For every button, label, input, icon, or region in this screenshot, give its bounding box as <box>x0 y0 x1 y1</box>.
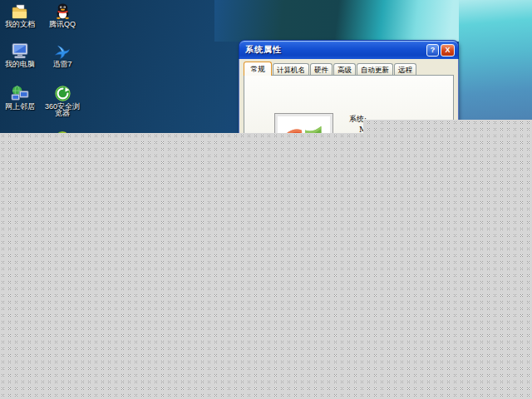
desktop-icon-partial-2[interactable] <box>42 123 83 140</box>
general-tab-panel: 系统: Microsoft Windows XP Professional 版本… <box>244 75 454 230</box>
network-places-icon <box>11 85 29 101</box>
my-documents-icon <box>11 2 29 19</box>
desktop-icon-label: 我的文档 <box>5 21 35 27</box>
thunder-bird-icon <box>53 42 71 59</box>
system-info-line: Service Pack 3 <box>359 155 445 165</box>
system-info-lines: Microsoft Windows XP Professional 版本 200… <box>359 126 445 164</box>
tab-remote[interactable]: 远程 <box>394 63 416 76</box>
tab-auto-update[interactable]: 自动更新 <box>357 63 393 76</box>
desktop-icon-label: 网上邻居 <box>5 103 35 110</box>
desktop-icon-network-places[interactable]: 网上邻居 <box>0 85 40 110</box>
dialog-title: 系统属性 <box>239 44 282 56</box>
system-properties-dialog: 系统属性 ? X 常规 计算机名 硬件 高级 自动更新 远程 <box>239 40 459 235</box>
wallpaper-teal-swoosh <box>214 0 459 42</box>
system-section-label: 系统: <box>349 114 367 125</box>
360-browser-icon <box>53 85 71 101</box>
system-info-line: Microsoft Windows XP <box>359 126 445 135</box>
desktop-icon-my-computer[interactable]: 我的电脑 <box>0 42 40 67</box>
partial-swoosh-icon <box>11 123 29 140</box>
help-button[interactable]: ? <box>426 44 439 57</box>
desktop-icon-partial-1[interactable] <box>0 123 40 140</box>
desktop-icon-360-browser[interactable]: 360安全浏览器 <box>42 85 83 116</box>
dialog-body: 常规 计算机名 硬件 高级 自动更新 远程 <box>239 59 459 235</box>
system-info-line: 版本 2002 <box>359 145 445 155</box>
desktop-icon-label: 腾讯QQ <box>49 21 76 27</box>
desktop-icon-tencent-qq[interactable]: 腾讯QQ <box>42 2 83 27</box>
partial-circle-icon <box>53 123 71 140</box>
desktop-icon-label: 360安全浏览器 <box>42 103 83 116</box>
close-button[interactable]: X <box>441 44 455 57</box>
desktop-screen: 我的文档 腾讯QQ <box>0 0 532 399</box>
tab-computer-name[interactable]: 计算机名 <box>273 63 309 76</box>
desktop-icon-my-documents[interactable]: 我的文档 <box>0 2 40 27</box>
qq-penguin-icon <box>53 2 71 19</box>
tab-hardware[interactable]: 硬件 <box>310 63 332 76</box>
tab-strip: 常规 计算机名 硬件 高级 自动更新 远程 <box>244 62 454 76</box>
desktop-icon-thunder7[interactable]: 迅雷7 <box>42 42 83 67</box>
windows-flag-icon <box>282 121 327 165</box>
desktop-icon-label: 我的电脑 <box>5 61 35 67</box>
tab-advanced[interactable]: 高级 <box>333 63 356 76</box>
windows-logo-box <box>274 113 333 192</box>
tab-general[interactable]: 常规 <box>244 62 272 76</box>
my-computer-icon <box>11 42 29 59</box>
dialog-titlebar[interactable]: 系统属性 ? X <box>239 40 459 59</box>
wallpaper-right-gradient <box>459 0 532 121</box>
desktop-icon-label: 迅雷7 <box>52 61 71 67</box>
system-info-line: Professional <box>359 135 445 145</box>
